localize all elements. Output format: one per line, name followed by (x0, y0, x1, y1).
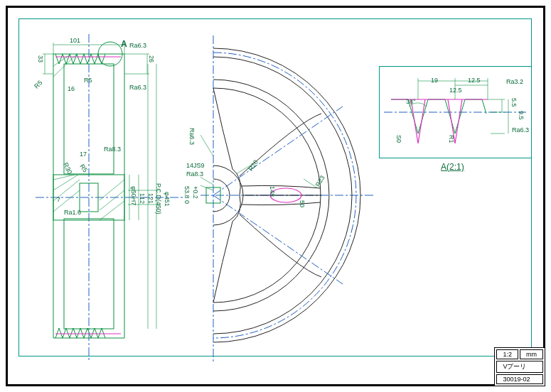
title-block: 1:2mm Vプーリ 30019-02 (494, 347, 545, 386)
dim-121: 121 (147, 193, 154, 204)
detail-a-view (384, 71, 526, 153)
dim-R5b: R5 (84, 77, 92, 84)
front-50: 50 (299, 200, 306, 207)
surf-ra16: Ra1.6 (64, 209, 81, 216)
det-19: 19 (431, 77, 438, 84)
svg-line-13 (100, 190, 124, 210)
unit-label: mm (520, 349, 543, 359)
front-tol: +0.2 (192, 186, 199, 199)
svg-line-37 (200, 135, 213, 156)
dim-33: 33 (37, 55, 44, 62)
svg-line-39 (200, 183, 213, 190)
front-148: 148 (269, 186, 276, 197)
det-125b: 12.5 (449, 87, 462, 94)
det-r1: R1 (448, 135, 455, 143)
det-95: 9.5 (518, 111, 525, 120)
det-55: 5.5 (510, 98, 518, 107)
front-ra63: Ra6.3 (188, 128, 196, 145)
front-ra83: Ra8.3 (186, 170, 203, 178)
scale-label: 1:2 (496, 349, 518, 359)
detail-marker-a: A (121, 39, 127, 49)
det-ra32: Ra3.2 (506, 78, 523, 85)
front-key: 14JS9 (186, 162, 205, 169)
dim-112: 112 (139, 193, 146, 204)
dim-16: 16 (68, 85, 75, 92)
surf-ra63-1: Ra6.3 (129, 42, 146, 49)
detail-label: A(2:1) (441, 162, 464, 172)
surf-ra83: Ra8.3 (104, 146, 121, 153)
front-538: 53.8 0 (183, 186, 191, 204)
part-name: Vプーリ (496, 361, 543, 373)
svg-line-12 (100, 201, 124, 220)
dim-451: φ451 (164, 192, 171, 207)
det-ra63: Ra6.3 (512, 126, 529, 134)
dim-17: 17 (80, 151, 87, 158)
dim-26: 26 (148, 55, 155, 62)
det-ang: 38° (406, 98, 416, 105)
front-view (200, 36, 375, 362)
svg-line-35 (213, 195, 343, 284)
dim-101: 101 (70, 37, 80, 44)
dim-pcd: P.C.D(450) (155, 183, 162, 214)
svg-line-9 (53, 175, 78, 190)
dim-50h7: φ50H7 (130, 186, 137, 205)
drawing-number: 30019-02 (496, 374, 543, 384)
det-125a: 12.5 (468, 77, 481, 84)
surf-ra63-2: Ra6.3 (129, 84, 146, 91)
dim-key7: 7 (57, 196, 60, 203)
det-s0: S0 (395, 135, 402, 143)
